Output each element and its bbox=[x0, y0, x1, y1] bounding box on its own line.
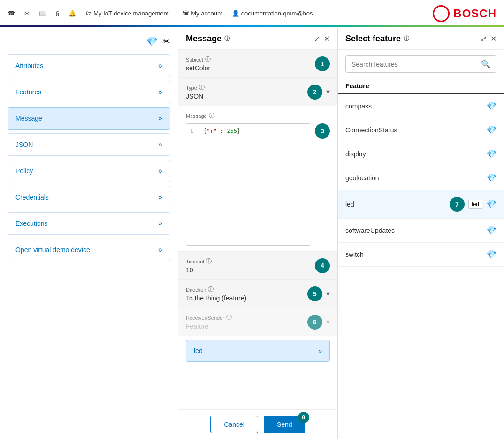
led-result-item[interactable]: led » bbox=[186, 340, 330, 362]
send-button[interactable]: Send 8 bbox=[264, 416, 305, 433]
mail-nav-item[interactable]: ✉ bbox=[24, 10, 30, 17]
search-features-box[interactable]: 🔍 bbox=[345, 55, 496, 73]
user-nav-item[interactable]: 👤 documentation-qmm@bos... bbox=[232, 10, 318, 17]
select-feature-info-icon[interactable]: ⓘ bbox=[404, 35, 409, 43]
select-feature-panel: Select feature ⓘ — ⤢ ✕ 🔍 Feature compass… bbox=[338, 28, 504, 439]
feature-select-led-icon[interactable]: 💎 bbox=[486, 199, 496, 209]
select-feature-title: Select feature ⓘ bbox=[345, 34, 409, 44]
feature-row-connectionstatus[interactable]: ConnectionStatus 💎 bbox=[338, 118, 504, 142]
feature-row-display[interactable]: display 💎 bbox=[338, 142, 504, 166]
receiver-dropdown-icon[interactable]: ▾ bbox=[326, 317, 330, 326]
receiver-info-icon[interactable]: ⓘ bbox=[226, 314, 232, 322]
type-inner: Type ⓘ JSON bbox=[186, 84, 307, 100]
feature-row-led[interactable]: led 7 led 💎 bbox=[338, 190, 504, 219]
search-features-input[interactable] bbox=[351, 61, 481, 68]
direction-label: Direction ⓘ bbox=[186, 285, 307, 293]
step-6-badge: 6 bbox=[307, 315, 322, 330]
feature-name-display: display bbox=[345, 150, 366, 158]
feature-select-compass-icon[interactable]: 💎 bbox=[486, 101, 496, 111]
subject-inner: Subject ⓘ setColor bbox=[186, 55, 315, 72]
mail-icon: ✉ bbox=[24, 10, 30, 17]
nav-item-json[interactable]: JSON » bbox=[8, 133, 170, 156]
feature-select-softwareupdates-icon[interactable]: 💎 bbox=[486, 225, 496, 236]
phone-nav-item[interactable]: ☎ bbox=[8, 10, 15, 17]
message-title-info-icon[interactable]: ⓘ bbox=[224, 35, 230, 43]
main-content: 💎 ✂ Attributes » Features » Message » JS… bbox=[0, 28, 504, 439]
type-dropdown-icon[interactable]: ▾ bbox=[326, 87, 330, 96]
receiver-label: Receiver/Sender ⓘ bbox=[186, 314, 307, 322]
nav-item-message-label: Message bbox=[15, 115, 42, 122]
message-close-button[interactable]: ✕ bbox=[324, 34, 330, 43]
type-info-icon[interactable]: ⓘ bbox=[199, 84, 205, 92]
section-icon: § bbox=[56, 10, 59, 17]
message-panel-title: Message ⓘ bbox=[186, 34, 230, 44]
direction-info-icon[interactable]: ⓘ bbox=[208, 285, 214, 293]
iot-device-nav-item[interactable]: 🗂 My IoT device management... bbox=[85, 10, 174, 17]
step-3-badge: 3 bbox=[315, 123, 330, 139]
message-expand-button[interactable]: ⤢ bbox=[314, 34, 320, 43]
action-buttons: Cancel Send 8 bbox=[178, 409, 337, 439]
select-feature-minimize-button[interactable]: — bbox=[469, 34, 477, 43]
direction-dropdown-icon[interactable]: ▾ bbox=[326, 289, 330, 298]
nav-arrow-open-virtual: » bbox=[158, 246, 162, 254]
step-1-badge: 1 bbox=[315, 56, 330, 71]
code-editor[interactable]: 1 {"r" : 255} bbox=[186, 123, 311, 246]
type-value[interactable]: JSON bbox=[186, 92, 307, 100]
section-nav-item[interactable]: § bbox=[56, 10, 59, 17]
user-email-label: documentation-qmm@bos... bbox=[241, 10, 318, 17]
led-result-arrow: » bbox=[318, 347, 322, 354]
heart-icon[interactable]: 💎 bbox=[146, 36, 158, 47]
book-nav-item[interactable]: 📖 bbox=[39, 10, 46, 17]
select-feature-close-button[interactable]: ✕ bbox=[490, 34, 496, 43]
subject-label: Subject ⓘ bbox=[186, 55, 315, 63]
nav-item-message[interactable]: Message » bbox=[8, 107, 170, 130]
nav-item-credentials[interactable]: Credentials » bbox=[8, 186, 170, 208]
nav-item-features[interactable]: Features » bbox=[8, 81, 170, 103]
subject-value[interactable]: setColor bbox=[186, 64, 315, 72]
step-2-badge: 2 bbox=[307, 85, 322, 100]
direction-value[interactable]: To the thing (feature) bbox=[186, 294, 307, 302]
nav-arrow-json: » bbox=[158, 140, 162, 149]
tools-icon[interactable]: ✂ bbox=[162, 36, 170, 47]
nav-arrow-message: » bbox=[158, 114, 162, 123]
nav-item-policy[interactable]: Policy » bbox=[8, 160, 170, 182]
feature-select-display-icon[interactable]: 💎 bbox=[486, 149, 496, 159]
message-code-label: Message ⓘ bbox=[186, 112, 330, 120]
receiver-section: Receiver/Sender ⓘ Feature 6 ▾ bbox=[178, 308, 337, 336]
message-code-info-icon[interactable]: ⓘ bbox=[209, 112, 214, 120]
subject-info-icon[interactable]: ⓘ bbox=[205, 55, 211, 63]
feature-row-softwareupdates[interactable]: softwareUpdates 💎 bbox=[338, 219, 504, 243]
line-number: 1 bbox=[190, 128, 199, 134]
message-minimize-button[interactable]: — bbox=[303, 34, 310, 43]
message-form: Subject ⓘ setColor 1 Type ⓘ JSON 2 ▾ bbox=[178, 50, 337, 409]
nav-item-executions[interactable]: Executions » bbox=[8, 212, 170, 235]
bell-nav-item[interactable]: 🔔 bbox=[69, 10, 76, 17]
feature-row-compass[interactable]: compass 💎 bbox=[338, 94, 504, 118]
timeout-inner: Timeout ⓘ 10 bbox=[186, 257, 315, 274]
nav-item-policy-label: Policy bbox=[15, 167, 33, 175]
step-4-badge: 4 bbox=[315, 258, 330, 273]
code-line-1: 1 {"r" : 255} bbox=[190, 128, 307, 134]
left-panel: 💎 ✂ Attributes » Features » Message » JS… bbox=[0, 28, 178, 439]
nav-item-open-virtual[interactable]: Open virtual demo device » bbox=[8, 239, 170, 261]
message-code-section: Message ⓘ 1 {"r" : 255} 3 bbox=[178, 106, 337, 252]
feature-select-geolocation-icon[interactable]: 💎 bbox=[486, 173, 496, 183]
nav-item-open-virtual-label: Open virtual demo device bbox=[15, 246, 90, 254]
timeout-value[interactable]: 10 bbox=[186, 266, 315, 274]
feature-select-connectionstatus-icon[interactable]: 💎 bbox=[486, 125, 496, 135]
select-feature-expand-button[interactable]: ⤢ bbox=[481, 34, 487, 43]
nav-item-json-label: JSON bbox=[15, 141, 33, 148]
type-label: Type ⓘ bbox=[186, 84, 307, 92]
timeout-info-icon[interactable]: ⓘ bbox=[206, 257, 212, 265]
cancel-button[interactable]: Cancel bbox=[210, 416, 258, 433]
feature-select-switch-icon[interactable]: 💎 bbox=[486, 249, 496, 260]
nav-item-attributes[interactable]: Attributes » bbox=[8, 54, 170, 77]
led-result-label: led bbox=[194, 347, 203, 354]
book-icon: 📖 bbox=[39, 10, 46, 17]
feature-name-connectionstatus: ConnectionStatus bbox=[345, 126, 397, 134]
direction-section: Direction ⓘ To the thing (feature) 5 ▾ bbox=[178, 280, 337, 308]
feature-row-switch[interactable]: switch 💎 bbox=[338, 243, 504, 267]
bosch-brand-text: BOSCH bbox=[453, 7, 496, 20]
my-account-nav-item[interactable]: 🏛 My account bbox=[183, 10, 222, 17]
feature-row-geolocation[interactable]: geolocation 💎 bbox=[338, 166, 504, 190]
